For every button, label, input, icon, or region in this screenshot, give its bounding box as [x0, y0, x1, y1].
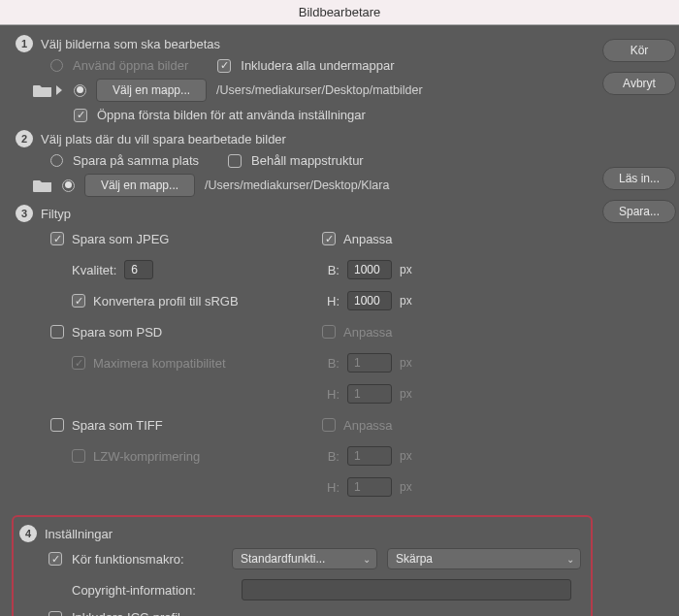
tiff-h-label: H: — [322, 480, 340, 495]
source-folder-path: /Users/mediakurser/Desktop/matbilder — [216, 83, 423, 97]
include-subfolders-label: Inkludera alla undermappar — [241, 58, 394, 73]
action-set-select[interactable]: Standardfunkti...⌄ — [232, 548, 377, 569]
tiff-fit-label: Anpassa — [343, 418, 393, 433]
window-title: Bildbearbetare — [0, 0, 679, 25]
tiff-width-input — [347, 446, 392, 466]
psd-fit-checkbox — [322, 325, 336, 339]
preferences-heading: Inställningar — [45, 527, 113, 541]
tiff-fit-checkbox — [322, 418, 336, 432]
cancel-button[interactable]: Avbryt — [602, 72, 676, 95]
jpeg-h-px: px — [400, 294, 412, 308]
open-first-image-label: Öppna första bilden för att använda inst… — [97, 108, 366, 122]
tiff-height-input — [347, 477, 392, 497]
chevron-down-icon: ⌄ — [363, 554, 371, 565]
choose-source-folder-radio[interactable] — [74, 84, 86, 97]
save-jpeg-label: Spara som JPEG — [72, 232, 169, 246]
use-open-images-label: Använd öppna bilder — [73, 58, 188, 73]
save-jpeg-checkbox[interactable] — [50, 232, 64, 245]
choose-dest-folder-radio[interactable] — [62, 179, 75, 192]
step-badge-1: 1 — [16, 35, 33, 52]
source-folder-icon — [33, 83, 64, 97]
psd-width-input — [347, 353, 392, 373]
section-preferences-highlight: 4 Inställningar Kör funktionsmakro: Stan… — [12, 515, 593, 616]
max-compat-checkbox — [72, 356, 85, 370]
jpeg-h-label: H: — [322, 294, 340, 308]
save-same-location-radio[interactable] — [50, 154, 63, 167]
include-icc-checkbox[interactable] — [48, 611, 62, 617]
chevron-down-icon: ⌄ — [566, 554, 574, 565]
max-compat-label: Maximera kompatibilitet — [93, 356, 226, 371]
save-psd-label: Spara som PSD — [72, 325, 162, 340]
save-button[interactable]: Spara... — [602, 200, 676, 223]
tiff-h-px: px — [400, 480, 412, 494]
run-action-label: Kör funktionsmakro: — [72, 552, 222, 567]
dest-folder-icon — [33, 178, 52, 192]
destination-heading: Välj plats där du vill spara bearbetade … — [41, 132, 286, 146]
jpeg-w-label: B: — [322, 263, 340, 277]
section-destination: 2 Välj plats där du vill spara bearbetad… — [16, 130, 593, 197]
include-icc-label: Inkludera ICC-profil — [72, 610, 180, 616]
jpeg-height-input[interactable] — [347, 291, 392, 310]
jpeg-width-input[interactable] — [347, 260, 392, 279]
step-badge-3: 3 — [16, 205, 33, 222]
action-select[interactable]: Skärpa⌄ — [387, 548, 581, 569]
use-open-images-radio — [50, 59, 63, 72]
jpeg-fit-checkbox[interactable] — [322, 232, 336, 245]
dest-folder-path: /Users/mediakurser/Desktop/Klara — [205, 178, 389, 192]
lzw-label: LZW-komprimering — [93, 449, 200, 464]
psd-w-label: B: — [322, 356, 340, 371]
jpeg-w-px: px — [400, 263, 412, 276]
tiff-w-label: B: — [322, 449, 340, 464]
tiff-w-px: px — [400, 449, 412, 463]
save-tiff-label: Spara som TIFF — [72, 418, 163, 433]
psd-h-px: px — [400, 387, 412, 401]
choose-source-folder-button[interactable]: Välj en mapp... — [96, 79, 207, 102]
save-psd-checkbox[interactable] — [50, 325, 64, 339]
section-source: 1 Välj bilderna som ska bearbetas Använd… — [16, 35, 593, 122]
jpeg-quality-label: Kvalitet: — [72, 263, 116, 277]
source-heading: Välj bilderna som ska bearbetas — [41, 37, 220, 51]
run-action-checkbox[interactable] — [48, 552, 62, 566]
section-filetype: 3 Filtyp Spara som JPEG Kvalitet: — [16, 205, 593, 507]
jpeg-fit-label: Anpassa — [343, 232, 393, 246]
jpeg-quality-input[interactable] — [124, 260, 153, 279]
keep-folder-structure-label: Behåll mappstruktur — [251, 153, 364, 168]
filetype-heading: Filtyp — [41, 207, 71, 221]
keep-folder-structure-checkbox[interactable] — [228, 154, 242, 168]
step-badge-2: 2 — [16, 130, 33, 147]
include-subfolders-checkbox[interactable] — [217, 59, 231, 73]
save-same-location-label: Spara på samma plats — [73, 153, 199, 168]
open-first-image-checkbox[interactable] — [74, 109, 87, 122]
psd-h-label: H: — [322, 387, 340, 402]
copyright-input[interactable] — [242, 579, 571, 600]
load-button[interactable]: Läs in... — [602, 167, 676, 190]
psd-height-input — [347, 384, 392, 404]
psd-fit-label: Anpassa — [343, 325, 393, 340]
run-button[interactable]: Kör — [602, 39, 676, 62]
save-tiff-checkbox[interactable] — [50, 418, 64, 432]
choose-dest-folder-button[interactable]: Välj en mapp... — [84, 174, 195, 197]
copyright-label: Copyright-information: — [72, 583, 232, 598]
convert-srgb-label: Konvertera profil till sRGB — [93, 294, 239, 308]
psd-w-px: px — [400, 356, 412, 370]
lzw-checkbox — [72, 449, 85, 463]
step-badge-4: 4 — [19, 525, 37, 542]
convert-srgb-checkbox[interactable] — [72, 294, 85, 308]
